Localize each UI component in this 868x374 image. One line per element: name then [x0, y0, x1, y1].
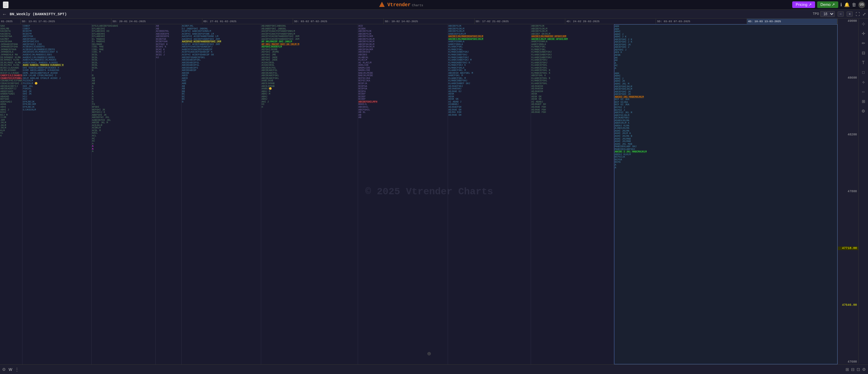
hamburger-menu-button[interactable]: ☰ [3, 1, 9, 8]
price-47718: 47718.00 [838, 247, 858, 250]
demo-button[interactable]: Demo ↗ [817, 1, 838, 8]
price-49000: 49000 [838, 19, 858, 23]
date-cell-2: SD: 20-01 24-01-2025 [111, 19, 202, 24]
price-48200: 48200 [838, 133, 858, 136]
tool-cursor[interactable]: ⊹ [860, 20, 867, 28]
more-options-button[interactable]: ⋮ [15, 367, 19, 372]
profile-col-2: EFGJLABCDEFGHIAAHI EFLABCEHI EFLABCEHI H… [92, 24, 156, 364]
trash-button[interactable]: 🗑 [852, 2, 856, 7]
chart-title: BN_Weekly (BANKNIFTY_SPT) [10, 12, 67, 16]
date-cell-7: 4D: 24-02 28-02-2025 [565, 19, 656, 24]
tpo-control: TPO 18 9 36 [813, 11, 835, 17]
profile-col-7: ABCDEFGJK ABCDEFGJKLM ABCDEFGJKLM AABCDE… [448, 24, 531, 364]
date-cell-3: 6D: 27-01 01-02-2025 [202, 19, 293, 24]
grid-view-button[interactable]: ⊞ [846, 367, 849, 372]
chart-area: 01-2025 SD: 13-01 17-01-2025 SD: 20-01 2… [0, 19, 858, 364]
date-cell-8: SD: 03-03 07-03-2025 [656, 19, 747, 24]
tool-measure[interactable]: ↔ [860, 88, 867, 96]
profile-col-4: ACDEFJKL DJ JABEFGHI JABGNL ACDFHI AABCD… [182, 24, 261, 364]
tpo-minus-button[interactable]: − [838, 11, 844, 17]
tool-shapes[interactable]: □ [860, 69, 867, 76]
bottom-right-tools: ⊞ ⊟ ⊡ ⚙ [846, 367, 866, 372]
notifications-button[interactable]: 🔔 [844, 2, 850, 7]
date-header: 01-2025 SD: 13-01 17-01-2025 SD: 20-01 2… [0, 19, 838, 24]
chart-toolbar: ← BN_Weekly (BANKNIFTY_SPT) TPO 18 9 36 … [0, 10, 868, 19]
fit-button[interactable]: ⊡ [857, 367, 860, 372]
info-button[interactable]: ℹ [840, 2, 842, 7]
logo-text: Vtrender [387, 2, 411, 8]
tpo-label: TPO [813, 12, 819, 16]
expand-button[interactable]: ⤢ [862, 12, 866, 17]
date-cell-9: 4D: 10-03 13-03-2025 [747, 19, 838, 24]
price-axis: 49000 48600 48200 47800 47718.00 47646.0… [838, 19, 858, 364]
profile-col-8: ABCDEFGJK ABCDEFGJKLM ABCDEFGJKLM ABCDEF… [531, 24, 614, 364]
tool-fibonacci[interactable]: ⟡ [860, 78, 867, 86]
tool-grid[interactable]: ⊞ [860, 98, 867, 105]
back-button[interactable]: ← [2, 11, 7, 17]
profiles-container: GAA DEKLMB KACDEFA KACDEFA KACDEFAA KACM… [0, 24, 838, 364]
fullscreen-button[interactable]: ⛶ [856, 12, 860, 17]
nav-left: ☰ [3, 1, 9, 8]
config-button[interactable]: ⚙ [862, 367, 866, 372]
profile-col-1: CDBCF CDBCF BCDCFM BCDCFM ABCCFGH ABCDFG… [22, 24, 92, 364]
bottom-bar: ⚙ W ⋮ ⊞ ⊟ ⊡ ⚙ [0, 364, 868, 374]
tpo-select[interactable]: 18 9 36 [820, 11, 835, 17]
top-navigation: ☰ Vtrender Charts Pricing ↗ Demo ↗ ℹ 🔔 🗑… [0, 0, 868, 10]
crosshair-icon: ⊕ [427, 350, 431, 357]
date-cell-6: SD: 17-02 21-02-2025 [475, 19, 565, 24]
tpo-plus-button[interactable]: + [847, 11, 853, 17]
date-cell-5: SD: 10-02 14-02-2025 [384, 19, 474, 24]
tool-lines[interactable]: ⊟ [860, 49, 867, 57]
settings-icon-button[interactable]: ⚙ [2, 367, 6, 372]
w-button[interactable]: W [9, 367, 12, 372]
price-47600: 47600 [838, 360, 858, 364]
nav-right: Pricing ↗ Demo ↗ ℹ 🔔 🗑 UG [792, 1, 865, 8]
tool-text[interactable]: T [860, 59, 867, 66]
profile-col-3: AB AB ACODEEFKL ABCODEEFK ABCDEDEFK BCDE… [156, 24, 182, 364]
layout-button[interactable]: ⊟ [851, 367, 855, 372]
date-cell-4: SD: 03-02 07-02-2025 [293, 19, 384, 24]
logo-icon [378, 1, 386, 9]
tool-crosshair[interactable]: ✛ [860, 30, 867, 37]
logo: Vtrender Charts [378, 1, 423, 9]
price-47800: 47800 [838, 190, 858, 193]
price-47646: 47646.00 [838, 303, 858, 307]
tool-settings[interactable]: ⚙ [860, 107, 867, 115]
user-avatar[interactable]: UG [858, 1, 865, 8]
date-cell-1: SD: 13-01 17-01-2025 [21, 19, 111, 24]
right-tools: ⊹ ✛ ✏ ⊟ T □ ⟡ ↔ ⊞ ⚙ [858, 19, 868, 364]
pricing-button[interactable]: Pricing ↗ [792, 1, 815, 8]
logo-subtext: Charts [412, 4, 423, 7]
profile-col-0: GAA DEKLMB KACDEFA KACDEFA KACDEFAA KACM… [0, 24, 22, 364]
tool-draw[interactable]: ✏ [860, 39, 867, 47]
profile-col-9: ABH ABH ABHI ABHI J ABHI J K ABCEFGHI J … [614, 24, 838, 364]
profile-col-6: ACD ACDEK ABCDEFGJK ABCDEFGJK ABCDEFGJKM… [358, 24, 448, 364]
price-48600: 48600 [838, 76, 858, 80]
date-cell-0: 01-2025 [0, 19, 21, 24]
profile-col-5: ABJABEFGHIJABSGNL ABJABEFGHI JABGNL AACD… [261, 24, 358, 364]
